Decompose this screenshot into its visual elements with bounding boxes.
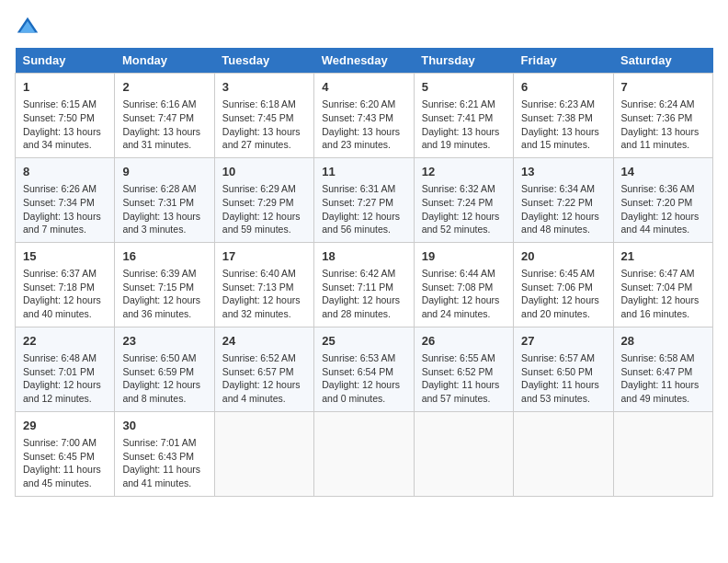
sunrise: Sunrise: 6:21 AM	[422, 98, 495, 109]
daylight: Daylight: 12 hours and 12 minutes.	[23, 379, 101, 404]
day-cell: 27Sunrise: 6:57 AMSunset: 6:50 PMDayligh…	[514, 327, 613, 411]
sunrise: Sunrise: 6:40 AM	[222, 268, 296, 279]
day-cell: 3Sunrise: 6:18 AMSunset: 7:45 PMDaylight…	[214, 74, 313, 158]
sunset: Sunset: 6:47 PM	[621, 366, 693, 377]
day-number: 3	[222, 79, 306, 96]
day-number: 13	[521, 164, 605, 180]
day-number: 23	[122, 333, 206, 350]
sunset: Sunset: 7:29 PM	[222, 197, 294, 208]
sunset: Sunset: 7:36 PM	[621, 112, 693, 123]
sunrise: Sunrise: 6:48 AM	[23, 352, 97, 363]
sunrise: Sunrise: 6:55 AM	[422, 352, 495, 363]
daylight: Daylight: 13 hours and 11 minutes.	[621, 126, 700, 151]
day-cell: 19Sunrise: 6:44 AMSunset: 7:08 PMDayligh…	[414, 242, 513, 327]
daylight: Daylight: 13 hours and 19 minutes.	[422, 126, 500, 151]
week-row-1: 1Sunrise: 6:15 AMSunset: 7:50 PMDaylight…	[16, 74, 713, 158]
logo-icon	[15, 15, 40, 40]
daylight: Daylight: 12 hours and 44 minutes.	[621, 211, 700, 236]
header-row: SundayMondayTuesdayWednesdayThursdayFrid…	[16, 48, 713, 74]
daylight: Daylight: 12 hours and 4 minutes.	[222, 379, 301, 404]
daylight: Daylight: 11 hours and 45 minutes.	[23, 464, 101, 488]
sunset: Sunset: 6:52 PM	[422, 366, 494, 377]
day-cell: 30Sunrise: 7:01 AMSunset: 6:43 PMDayligh…	[115, 411, 214, 496]
sunrise: Sunrise: 6:42 AM	[322, 268, 395, 279]
day-number: 27	[521, 333, 605, 350]
day-number: 7	[621, 79, 705, 96]
sunrise: Sunrise: 6:47 AM	[621, 268, 695, 279]
sunrise: Sunrise: 6:26 AM	[23, 183, 97, 194]
sunset: Sunset: 7:34 PM	[23, 197, 95, 208]
sunset: Sunset: 6:45 PM	[23, 451, 95, 462]
daylight: Daylight: 12 hours and 28 minutes.	[322, 294, 400, 319]
sunrise: Sunrise: 6:36 AM	[621, 183, 695, 194]
sunset: Sunset: 6:57 PM	[222, 366, 294, 377]
daylight: Daylight: 12 hours and 56 minutes.	[322, 211, 400, 236]
sunrise: Sunrise: 6:18 AM	[222, 98, 296, 109]
day-number: 11	[322, 164, 405, 180]
day-cell	[613, 411, 712, 496]
day-number: 9	[122, 164, 206, 180]
week-row-3: 15Sunrise: 6:37 AMSunset: 7:18 PMDayligh…	[16, 242, 713, 327]
daylight: Daylight: 11 hours and 49 minutes.	[621, 379, 700, 404]
sunrise: Sunrise: 6:28 AM	[122, 183, 196, 194]
week-row-4: 22Sunrise: 6:48 AMSunset: 7:01 PMDayligh…	[16, 327, 713, 411]
day-number: 12	[422, 164, 506, 180]
col-header-wednesday: Wednesday	[314, 48, 414, 74]
col-header-thursday: Thursday	[414, 48, 513, 74]
day-cell: 28Sunrise: 6:58 AMSunset: 6:47 PMDayligh…	[613, 327, 712, 411]
day-cell: 18Sunrise: 6:42 AMSunset: 7:11 PMDayligh…	[314, 242, 414, 327]
col-header-sunday: Sunday	[16, 48, 115, 74]
sunset: Sunset: 7:47 PM	[122, 112, 194, 123]
day-number: 10	[222, 164, 306, 180]
col-header-tuesday: Tuesday	[214, 48, 313, 74]
sunset: Sunset: 6:50 PM	[521, 366, 593, 377]
sunset: Sunset: 7:08 PM	[422, 282, 494, 293]
page-header	[15, 15, 713, 40]
daylight: Daylight: 13 hours and 31 minutes.	[122, 126, 200, 151]
sunrise: Sunrise: 6:16 AM	[122, 98, 196, 109]
sunset: Sunset: 7:20 PM	[621, 197, 693, 208]
day-cell: 7Sunrise: 6:24 AMSunset: 7:36 PMDaylight…	[613, 74, 712, 158]
sunrise: Sunrise: 6:15 AM	[23, 98, 97, 109]
day-cell: 10Sunrise: 6:29 AMSunset: 7:29 PMDayligh…	[214, 157, 313, 242]
sunset: Sunset: 7:38 PM	[521, 112, 593, 123]
daylight: Daylight: 11 hours and 53 minutes.	[521, 379, 599, 404]
sunset: Sunset: 6:59 PM	[122, 366, 194, 377]
day-number: 25	[322, 333, 405, 350]
day-cell: 26Sunrise: 6:55 AMSunset: 6:52 PMDayligh…	[414, 327, 513, 411]
sunset: Sunset: 7:18 PM	[23, 282, 95, 293]
daylight: Daylight: 12 hours and 59 minutes.	[222, 211, 301, 236]
sunset: Sunset: 7:13 PM	[222, 282, 294, 293]
day-cell: 23Sunrise: 6:50 AMSunset: 6:59 PMDayligh…	[115, 327, 214, 411]
day-cell	[514, 411, 613, 496]
day-number: 2	[122, 79, 206, 96]
day-cell: 15Sunrise: 6:37 AMSunset: 7:18 PMDayligh…	[16, 242, 115, 327]
col-header-monday: Monday	[115, 48, 214, 74]
day-number: 29	[23, 418, 107, 434]
calendar-table: SundayMondayTuesdayWednesdayThursdayFrid…	[15, 48, 713, 497]
sunrise: Sunrise: 7:00 AM	[23, 437, 97, 448]
daylight: Daylight: 12 hours and 16 minutes.	[621, 294, 700, 319]
day-cell	[414, 411, 513, 496]
sunrise: Sunrise: 6:52 AM	[222, 352, 296, 363]
day-number: 19	[422, 248, 506, 265]
week-row-2: 8Sunrise: 6:26 AMSunset: 7:34 PMDaylight…	[16, 157, 713, 242]
daylight: Daylight: 12 hours and 52 minutes.	[422, 211, 500, 236]
daylight: Daylight: 12 hours and 32 minutes.	[222, 294, 301, 319]
day-number: 24	[222, 333, 306, 350]
sunset: Sunset: 7:22 PM	[521, 197, 593, 208]
sunset: Sunset: 7:43 PM	[322, 112, 393, 123]
sunrise: Sunrise: 6:23 AM	[521, 98, 595, 109]
sunset: Sunset: 7:50 PM	[23, 112, 95, 123]
day-cell: 4Sunrise: 6:20 AMSunset: 7:43 PMDaylight…	[314, 74, 414, 158]
day-number: 14	[621, 164, 705, 180]
day-cell: 24Sunrise: 6:52 AMSunset: 6:57 PMDayligh…	[214, 327, 313, 411]
daylight: Daylight: 11 hours and 41 minutes.	[122, 464, 200, 488]
day-cell: 11Sunrise: 6:31 AMSunset: 7:27 PMDayligh…	[314, 157, 414, 242]
sunrise: Sunrise: 6:24 AM	[621, 98, 695, 109]
day-cell: 2Sunrise: 6:16 AMSunset: 7:47 PMDaylight…	[115, 74, 214, 158]
sunset: Sunset: 7:01 PM	[23, 366, 95, 377]
day-cell: 20Sunrise: 6:45 AMSunset: 7:06 PMDayligh…	[514, 242, 613, 327]
day-number: 15	[23, 248, 107, 265]
day-cell: 22Sunrise: 6:48 AMSunset: 7:01 PMDayligh…	[16, 327, 115, 411]
